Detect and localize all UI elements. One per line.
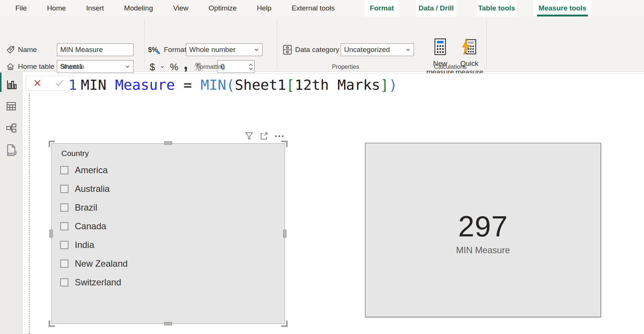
checkbox[interactable] <box>60 185 68 193</box>
filter-button[interactable] <box>245 132 254 140</box>
slicer-header: Country <box>61 149 89 158</box>
report-view-button[interactable] <box>0 75 22 94</box>
discard-formula-button[interactable] <box>31 77 44 89</box>
data-category-label: Data category <box>295 46 339 54</box>
model-view-icon <box>6 122 17 134</box>
tab-table-tools[interactable]: Table tools <box>477 0 516 16</box>
ribbon: Name Home table Sheet1 Structure $%✎ For… <box>0 16 644 72</box>
chevron-down-icon[interactable] <box>160 65 165 69</box>
tab-measure-tools[interactable]: Measure tools <box>533 0 592 16</box>
slicer-item-list: America Australia Brazil Canada India Ne… <box>52 161 285 292</box>
tab-data-drill[interactable]: Data / Drill <box>416 0 456 16</box>
dax-formula-text[interactable]: 1MIN Measure = MIN(Sheet1[12th Marks]) <box>68 74 397 95</box>
data-category-icon <box>283 45 292 55</box>
tab-measure-tools-label: Measure tools <box>539 4 586 12</box>
resize-handle-bottom-left[interactable] <box>49 321 55 327</box>
tab-format[interactable]: Format <box>365 0 399 16</box>
properties-group-label: Properties <box>308 64 383 70</box>
slicer-item-america[interactable]: America <box>52 161 285 180</box>
card-value: 297 <box>458 211 508 241</box>
calculations-group-label: Calculations <box>413 64 488 70</box>
measure-name-token: Measure <box>115 77 175 93</box>
canvas-left-guide <box>29 94 30 334</box>
function-token: MIN <box>200 77 226 93</box>
formula-actions <box>26 76 71 91</box>
tab-home[interactable]: Home <box>37 0 76 16</box>
name-row: Name <box>6 43 37 56</box>
resize-handle-left[interactable] <box>49 230 53 238</box>
new-measure-button[interactable]: New measure <box>424 38 456 76</box>
model-view-button[interactable] <box>0 118 22 138</box>
table-token: Sheet1 <box>235 77 286 93</box>
pencil-icon: ✎ <box>156 49 160 56</box>
checkbox[interactable] <box>60 203 68 212</box>
tab-external-tools[interactable]: External tools <box>282 0 345 16</box>
filter-icon <box>245 132 254 140</box>
spinner-up-icon[interactable] <box>249 64 253 66</box>
checkbox[interactable] <box>60 241 68 249</box>
resize-handle-bottom[interactable] <box>164 322 172 325</box>
min-measure-card-visual[interactable]: 297 MIN Measure <box>365 143 601 317</box>
spinner-down-icon[interactable] <box>249 67 253 70</box>
table-view-icon <box>6 101 17 112</box>
format-value: Whole number <box>189 46 254 54</box>
resize-handle-right[interactable] <box>283 230 286 238</box>
tab-help[interactable]: Help <box>247 0 282 16</box>
menu-bar: File Home Insert Modeling View Optimize … <box>0 0 644 16</box>
tab-modeling[interactable]: Modeling <box>114 0 163 16</box>
data-category-row: Data category <box>283 43 339 56</box>
name-label: Name <box>18 46 37 54</box>
home-icon <box>6 62 15 71</box>
chevron-down-icon <box>254 47 259 52</box>
report-view-icon <box>6 79 17 90</box>
slicer-item-switzerland[interactable]: Switzerland <box>52 273 285 292</box>
group-separator <box>144 19 145 70</box>
format-label: Format <box>164 46 186 54</box>
checkbox[interactable] <box>60 222 68 230</box>
more-options-button[interactable] <box>275 135 284 138</box>
commit-formula-button[interactable] <box>53 77 66 89</box>
menu-tabs: File Home Insert Modeling View Optimize … <box>5 0 345 16</box>
country-slicer-visual[interactable]: Country America Australia Brazil Canada … <box>51 143 285 324</box>
svg-text:DAX: DAX <box>8 152 14 155</box>
table-view-button[interactable] <box>0 96 22 116</box>
quick-measure-icon <box>461 38 478 55</box>
quick-measure-button[interactable]: Quick measure <box>453 38 485 76</box>
formatting-group-label: Formatting <box>173 64 248 70</box>
checkmark-icon <box>55 79 64 88</box>
resize-handle-top[interactable] <box>164 141 172 145</box>
format-dropdown[interactable]: Whole number <box>186 43 263 56</box>
tab-file[interactable]: File <box>5 0 37 16</box>
focus-mode-button[interactable] <box>260 132 269 140</box>
slicer-item-brazil[interactable]: Brazil <box>52 198 285 217</box>
dax-query-view-button[interactable]: DAX <box>0 141 22 160</box>
currency-format-button[interactable]: $ <box>150 61 155 73</box>
powerbi-window: File Home Insert Modeling View Optimize … <box>0 0 644 334</box>
more-options-icon <box>275 135 284 138</box>
checkbox[interactable] <box>60 166 68 174</box>
tab-optimize[interactable]: Optimize <box>199 0 247 16</box>
measure-name-input[interactable] <box>57 43 134 56</box>
checkbox[interactable] <box>60 278 68 286</box>
formula-line-number: 1 <box>68 77 81 93</box>
slicer-item-canada[interactable]: Canada <box>52 217 285 236</box>
chevron-down-icon <box>125 64 130 69</box>
tab-insert[interactable]: Insert <box>76 0 114 16</box>
slicer-item-new-zealand[interactable]: New Zealand <box>52 254 285 273</box>
data-category-value: Uncategorized <box>344 46 405 54</box>
discard-icon <box>33 79 42 88</box>
slicer-item-india[interactable]: India <box>52 236 285 254</box>
group-separator <box>486 19 487 70</box>
group-separator <box>277 19 277 70</box>
tab-view[interactable]: View <box>163 0 199 16</box>
dax-query-view-icon: DAX <box>5 144 17 157</box>
resize-handle-top-right[interactable] <box>281 141 288 147</box>
resize-handle-bottom-right[interactable] <box>281 321 288 327</box>
data-category-dropdown[interactable]: Uncategorized <box>341 43 414 56</box>
checkbox[interactable] <box>60 260 68 268</box>
column-token: 12th Marks <box>295 77 380 93</box>
resize-handle-top-left[interactable] <box>49 141 55 147</box>
slicer-item-australia[interactable]: Australia <box>52 180 285 198</box>
tag-icon <box>6 45 15 54</box>
chevron-down-icon <box>405 47 411 52</box>
